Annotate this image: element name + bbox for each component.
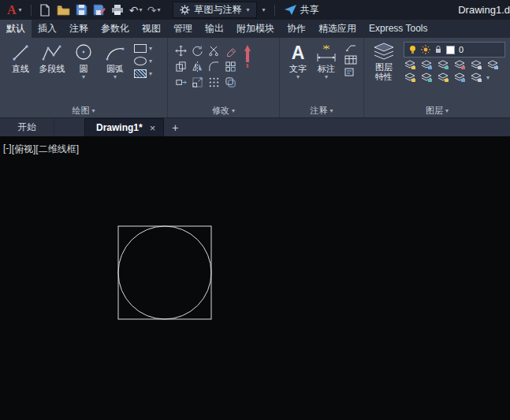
text-tool-button[interactable]: A 文字 ▾ <box>285 41 311 104</box>
file-tab-drawing1[interactable]: Drawing1* × <box>84 118 164 136</box>
polyline-label: 多段线 <box>39 64 65 73</box>
layer-merge-button[interactable] <box>470 72 482 83</box>
layer-dropdown[interactable]: 0 <box>404 42 505 58</box>
layer-properties-button[interactable]: 图层特性 <box>369 41 399 104</box>
layer-walk-icon <box>420 72 433 83</box>
ribbon-tab-manage[interactable]: 管理 <box>167 20 199 38</box>
erase-tool-button[interactable] <box>222 43 239 58</box>
drawn-square[interactable] <box>118 226 211 319</box>
layer-tools-row-1 <box>404 60 505 70</box>
dimension-tool-button[interactable]: 标注 ▾ <box>311 41 341 104</box>
workspace-selector[interactable]: 草图与注释 ▾ <box>173 2 257 18</box>
visual-style-control[interactable]: [二维线框] <box>35 143 79 156</box>
plot-button[interactable] <box>109 2 127 18</box>
scale-tool-button[interactable] <box>189 74 206 90</box>
layer-thaw-button[interactable] <box>437 72 449 83</box>
ribbon-tab-output[interactable]: 输出 <box>199 20 230 38</box>
viewport-menu-control[interactable]: [-] <box>3 143 12 156</box>
printer-icon <box>111 4 124 16</box>
layer-walk-button[interactable] <box>420 72 433 83</box>
stretch-tool-button[interactable] <box>173 74 189 90</box>
view-control[interactable]: [俯视] <box>12 143 36 156</box>
file-tab-start[interactable]: 开始 <box>0 118 54 136</box>
ribbon-tab-featured-apps[interactable]: 精选应用 <box>312 20 363 38</box>
offset-icon <box>225 76 236 88</box>
trim-tool-button[interactable] <box>206 43 222 58</box>
titlebar: A ▾ <box>0 0 510 20</box>
ribbon-tab-insert[interactable]: 插入 <box>32 20 63 38</box>
table-tool-button[interactable] <box>344 55 357 65</box>
app-menu-button[interactable]: A ▾ <box>3 0 26 20</box>
save-button[interactable] <box>73 2 91 18</box>
match-properties-button[interactable] <box>239 41 254 104</box>
draw-panel-expander[interactable]: 绘图 ▾ <box>0 104 167 117</box>
leader-tool-button[interactable] <box>344 43 357 52</box>
layer-match-button[interactable] <box>470 60 482 70</box>
layer-lock-button[interactable] <box>453 60 466 70</box>
array-tool-button[interactable] <box>206 74 222 90</box>
ribbon-tab-collaborate[interactable]: 协作 <box>281 20 312 38</box>
layers-panel-expander[interactable]: 图层 ▾ <box>364 104 510 117</box>
rectangle-tool-button[interactable]: ▾ <box>134 44 152 53</box>
explode-tool-button[interactable] <box>222 58 239 74</box>
share-button[interactable]: 共享 <box>280 3 324 17</box>
layer-unisolate-button[interactable] <box>486 60 499 70</box>
rotate-tool-button[interactable] <box>189 43 206 58</box>
arc-tool-button[interactable]: 圆弧 ▾ <box>99 41 131 104</box>
ribbon-tab-view[interactable]: 视图 <box>136 20 167 38</box>
paper-plane-icon <box>285 5 296 15</box>
annotation-more-button[interactable] <box>344 68 357 76</box>
layer-unlock-button[interactable] <box>453 72 466 83</box>
new-drawing-button[interactable]: + <box>164 118 186 136</box>
layers-panel-label: 图层 <box>426 105 443 117</box>
scale-icon <box>192 76 203 88</box>
polyline-tool-button[interactable]: 多段线 <box>36 41 68 104</box>
line-tool-button[interactable]: 直线 <box>5 41 36 104</box>
chevron-down-icon[interactable]: ▾ <box>486 75 490 81</box>
move-tool-button[interactable] <box>173 43 189 58</box>
toolbar-options-chevron-icon[interactable]: ▾ <box>262 7 266 13</box>
hatch-tool-button[interactable]: ▾ <box>134 69 152 78</box>
circle-tool-button[interactable]: 圆 ▾ <box>68 41 99 104</box>
offset-tool-button[interactable] <box>222 74 239 90</box>
chevron-down-icon: ▾ <box>157 7 160 13</box>
fillet-tool-button[interactable] <box>206 58 222 74</box>
redo-icon: ↷ <box>147 4 157 17</box>
panel-modify: 修改 ▾ <box>168 38 279 117</box>
new-file-button[interactable] <box>36 2 54 18</box>
ellipse-icon <box>134 57 147 65</box>
gear-icon <box>180 5 190 15</box>
layer-isolate-button[interactable] <box>420 60 433 70</box>
drawing-canvas[interactable]: [-] [俯视] [二维线框] <box>0 136 510 420</box>
undo-button[interactable]: ↶ ▾ <box>127 2 145 18</box>
layer-freeze-button[interactable] <box>437 60 449 70</box>
close-icon[interactable]: × <box>150 123 156 133</box>
ribbon-tab-home[interactable]: 默认 <box>0 20 32 38</box>
layer-previous-button[interactable] <box>404 72 416 83</box>
layer-off-button[interactable] <box>404 60 416 70</box>
annotation-panel-expander[interactable]: 注释 ▾ <box>280 104 363 117</box>
panel-annotation: A 文字 ▾ 标注 ▾ <box>280 38 363 117</box>
ribbon-tab-addins[interactable]: 附加模块 <box>230 20 281 38</box>
panel-layers: 图层特性 <box>364 38 510 117</box>
modify-panel-expander[interactable]: 修改 ▾ <box>168 104 279 117</box>
panel-draw: 直线 多段线 圆 ▾ <box>0 38 167 117</box>
layer-freeze-icon <box>437 60 449 70</box>
open-file-button[interactable] <box>54 2 73 18</box>
table-icon <box>344 55 357 65</box>
copy-tool-button[interactable] <box>173 58 189 74</box>
paintbrush-icon <box>241 43 254 73</box>
layer-unisolate-icon <box>486 60 499 70</box>
ribbon-tab-express-tools[interactable]: Express Tools <box>363 20 434 38</box>
ribbon-tab-parametric[interactable]: 参数化 <box>95 20 136 38</box>
copy-icon <box>175 61 187 72</box>
ellipse-tool-button[interactable]: ▾ <box>134 57 152 65</box>
ribbon-tab-annotate[interactable]: 注释 <box>63 20 95 38</box>
save-as-button[interactable] <box>91 2 109 18</box>
mirror-tool-button[interactable] <box>189 58 206 74</box>
chevron-down-icon: ▾ <box>82 74 85 80</box>
layer-tools-row-2: ▾ <box>404 72 505 83</box>
lock-icon <box>434 45 442 54</box>
redo-button[interactable]: ↷ ▾ <box>145 2 163 18</box>
drawn-circle[interactable] <box>118 226 211 319</box>
